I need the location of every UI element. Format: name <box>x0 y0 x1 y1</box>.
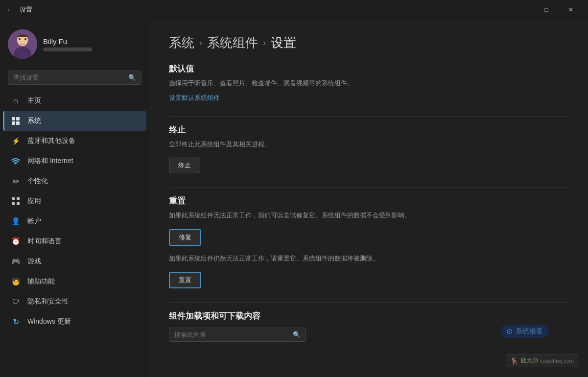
section-reset-desc2: 如果此系统组件仍然无法正常工作，请重置它。系统组件的数据将被删除。 <box>169 254 568 263</box>
user-info: Billy Fu <box>43 37 92 51</box>
sidebar-item-bluetooth[interactable]: ⚡ 蓝牙和其他设备 <box>3 131 146 151</box>
personalization-icon: ✏ <box>11 176 21 186</box>
sidebar-item-privacy-label: 隐私和安全性 <box>27 297 69 306</box>
breadcrumb-components: 系统组件 <box>207 34 258 51</box>
svg-rect-7 <box>12 117 15 120</box>
system-icon <box>11 116 21 126</box>
close-button[interactable]: ✕ <box>560 2 582 18</box>
back-button[interactable]: ← <box>6 5 14 14</box>
section-defaults-desc: 选择用于听音乐、查看照片、检查邮件、观看视频等的系统组件。 <box>169 78 568 88</box>
addon-search-icon: 🔍 <box>293 331 301 338</box>
sidebar-item-bluetooth-label: 蓝牙和其他设备 <box>27 137 75 145</box>
time-icon: ⏰ <box>11 236 21 246</box>
nav-list: ⌂ 主页 系统 ⚡ 蓝牙和其他设备 <box>0 91 149 332</box>
section-reset-desc1: 如果此系统组件无法正常工作，我们可以尝试修复它。系统组件的数据不会受到影响。 <box>169 211 568 220</box>
section-defaults: 默认值 选择用于听音乐、查看照片、检查邮件、观看视频等的系统组件。 设置默认系统… <box>169 63 568 102</box>
search-input[interactable] <box>13 74 124 81</box>
section-reset-title: 重置 <box>169 195 568 207</box>
repair-button[interactable]: 修复 <box>169 229 201 246</box>
sidebar-item-accessibility-label: 辅助功能 <box>27 277 55 286</box>
terminate-button[interactable]: 终止 <box>169 158 200 173</box>
section-terminate-desc: 立即终止此系统组件及其相关进程。 <box>169 140 568 149</box>
avatar <box>8 29 37 59</box>
reset-button[interactable]: 重置 <box>169 272 201 288</box>
accounts-icon: 👤 <box>11 216 21 226</box>
section-defaults-link[interactable]: 设置默认系统组件 <box>169 94 220 101</box>
sidebar-item-personalization-label: 个性化 <box>27 177 48 186</box>
user-profile[interactable]: Billy Fu <box>0 20 149 67</box>
sidebar-item-home-label: 主页 <box>27 96 41 105</box>
svg-point-6 <box>25 41 28 43</box>
sidebar-item-network[interactable]: 网络和 Internet <box>3 151 146 171</box>
breadcrumb: 系统 › 系统组件 › 设置 <box>169 34 568 51</box>
accessibility-icon: 🧑 <box>11 277 21 286</box>
svg-point-4 <box>24 38 26 40</box>
content-area: 系统 › 系统组件 › 设置 默认值 选择用于听音乐、查看照片、检查邮件、观看视… <box>149 20 588 377</box>
svg-rect-12 <box>12 197 15 200</box>
user-subtitle <box>43 47 92 51</box>
sidebar-item-privacy[interactable]: 🛡 隐私和安全性 <box>3 292 146 311</box>
sidebar-item-gaming[interactable]: 🎮 游戏 <box>3 252 146 271</box>
bluetooth-icon: ⚡ <box>11 136 21 146</box>
sidebar-item-accounts[interactable]: 👤 帐户 <box>3 212 146 231</box>
sidebar-item-time-label: 时间和语言 <box>27 237 62 246</box>
addon-search-input[interactable] <box>174 331 289 338</box>
svg-rect-9 <box>12 121 15 125</box>
search-icon: 🔍 <box>128 74 136 81</box>
breadcrumb-system: 系统 <box>169 34 194 51</box>
divider-3 <box>169 302 568 303</box>
sidebar-item-accounts-label: 帐户 <box>27 217 41 226</box>
svg-point-5 <box>17 41 20 43</box>
main-layout: Billy Fu 🔍 ⌂ 主页 <box>0 20 588 377</box>
divider-2 <box>169 187 568 188</box>
gaming-icon: 🎮 <box>11 257 21 266</box>
section-reset: 重置 如果此系统组件无法正常工作，我们可以尝试修复它。系统组件的数据不会受到影响… <box>169 195 568 288</box>
section-defaults-title: 默认值 <box>169 63 568 74</box>
sidebar-item-time[interactable]: ⏰ 时间和语言 <box>3 232 146 251</box>
addon-search-box[interactable]: 🔍 <box>169 328 306 342</box>
sidebar-item-apps-label: 应用 <box>27 197 41 206</box>
titlebar-left: ← 设置 <box>6 5 32 14</box>
svg-rect-15 <box>17 202 20 205</box>
sidebar-item-personalization[interactable]: ✏ 个性化 <box>3 171 146 191</box>
breadcrumb-sep-1: › <box>199 38 202 48</box>
apps-icon <box>11 196 21 206</box>
sidebar-item-accessibility[interactable]: 🧑 辅助功能 <box>3 272 146 291</box>
titlebar-controls: ─ □ ✕ <box>511 2 582 18</box>
divider-1 <box>169 116 568 117</box>
sidebar-item-apps[interactable]: 应用 <box>3 191 146 211</box>
svg-rect-14 <box>12 202 15 205</box>
home-icon: ⌂ <box>11 96 21 106</box>
titlebar: ← 设置 ─ □ ✕ <box>0 0 588 20</box>
section-addons: 组件加载项和可下载内容 🔍 <box>169 310 568 342</box>
svg-rect-10 <box>16 121 20 125</box>
sidebar: Billy Fu 🔍 ⌂ 主页 <box>0 20 149 377</box>
titlebar-title: 设置 <box>20 5 32 14</box>
sidebar-item-windows-update[interactable]: ↻ Windows 更新 <box>3 312 146 331</box>
section-addons-title: 组件加载项和可下载内容 <box>169 310 568 322</box>
sidebar-item-gaming-label: 游戏 <box>27 257 41 266</box>
svg-rect-8 <box>16 117 20 120</box>
privacy-icon: 🛡 <box>11 297 21 306</box>
windows-update-icon: ↻ <box>11 317 21 327</box>
sidebar-item-windows-update-label: Windows 更新 <box>27 317 71 326</box>
svg-point-3 <box>19 38 21 40</box>
section-terminate: 终止 立即终止此系统组件及其相关进程。 终止 <box>169 124 568 174</box>
section-terminate-title: 终止 <box>169 124 568 136</box>
sidebar-item-network-label: 网络和 Internet <box>27 157 73 165</box>
breadcrumb-current: 设置 <box>271 34 296 51</box>
network-icon <box>11 156 21 166</box>
svg-rect-13 <box>17 197 20 200</box>
search-box[interactable]: 🔍 <box>8 71 141 85</box>
sidebar-item-home[interactable]: ⌂ 主页 <box>3 91 146 111</box>
breadcrumb-sep-2: › <box>263 38 266 48</box>
maximize-button[interactable]: □ <box>535 2 558 18</box>
minimize-button[interactable]: ─ <box>511 2 533 18</box>
svg-point-11 <box>15 164 16 165</box>
sidebar-item-system[interactable]: 系统 <box>3 111 146 131</box>
sidebar-item-system-label: 系统 <box>27 117 41 125</box>
user-name: Billy Fu <box>43 37 92 46</box>
